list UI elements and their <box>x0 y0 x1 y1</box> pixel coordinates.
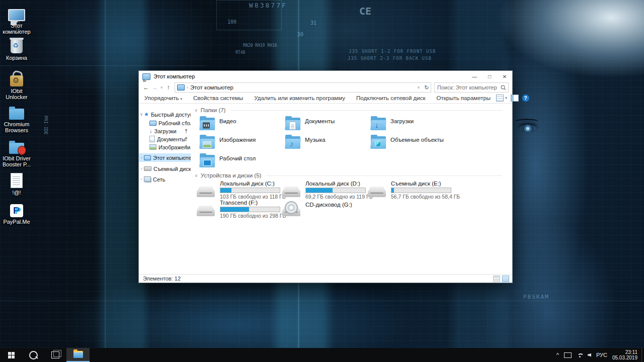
desktop-icon-label: Этот компьютер <box>0 23 33 35</box>
system-properties-button[interactable]: Свойства системы <box>188 95 249 101</box>
items-count: Элементов: 12 <box>143 276 181 282</box>
drive-name: CD-дисковод (G:) <box>305 202 352 208</box>
preview-pane-icon[interactable] <box>511 95 519 102</box>
clock[interactable]: 23:11 05.03.2019 <box>612 349 637 360</box>
navigation-pane: ∨ ★ Быстрый доступ Рабочий стол ↓ Загруз… <box>139 104 191 275</box>
pin-icon <box>184 129 188 133</box>
taskbar-search-button[interactable] <box>22 348 44 362</box>
forward-button[interactable]: → <box>150 84 159 91</box>
folder-tile-3d-objects[interactable]: Объемные объекты <box>370 134 455 151</box>
desktop-icon-iobit-driver-booster[interactable]: IObit Driver Booster P... <box>0 137 33 167</box>
group-header-folders[interactable]: ∨ Папки (7) <box>195 107 502 114</box>
download-arrow-icon: ↓ <box>149 128 152 134</box>
wifi-icon[interactable] <box>577 353 583 357</box>
folder-tile-documents[interactable]: Документы <box>285 116 369 133</box>
wallpaper-trace-line <box>0 65 206 66</box>
maximize-button[interactable]: □ <box>482 71 497 82</box>
paypal-icon <box>10 204 23 217</box>
map-network-drive-button[interactable]: Подключить сетевой диск <box>351 95 431 101</box>
close-button[interactable]: ✕ <box>497 71 512 82</box>
change-view-button[interactable]: ▾ <box>496 95 507 102</box>
wallpaper-label: 31 <box>310 20 316 26</box>
tray-overflow-chevron[interactable]: ^ <box>556 352 559 358</box>
desktop-icon-recycle-bin[interactable]: Корзина <box>0 36 33 61</box>
folder-name: Рабочий стол <box>219 155 256 161</box>
organize-button[interactable]: Упорядочить▾ <box>139 95 188 101</box>
folder-icon: ↓ <box>370 116 386 131</box>
padlock-gear-icon <box>10 75 23 86</box>
drive-tile-c[interactable]: Локальный диск (C:) 103 ГБ свободно из 1… <box>197 180 283 199</box>
chevron-collapsed-icon[interactable]: › <box>139 177 144 182</box>
wallpaper-label: J35 SHORT 2-3 FOR BACK USB <box>348 56 432 61</box>
task-view-button[interactable] <box>44 348 66 362</box>
uninstall-program-button[interactable]: Удалить или изменить программу <box>249 95 351 101</box>
start-button[interactable] <box>0 348 22 362</box>
wallpaper-label: J35 SHORT 1-2 FOR FRONT USB <box>349 49 436 54</box>
search-input[interactable]: Поиск: Этот компьютер <box>434 82 509 93</box>
capacity-bar-fill <box>220 207 249 212</box>
group-rule <box>230 110 502 111</box>
file-list: ∨ Папки (7) Видео Документы ↓ Загрузки И… <box>191 104 512 275</box>
picture-icon <box>203 141 211 148</box>
chevron-expanded-icon[interactable]: ∨ <box>195 108 198 113</box>
film-icon <box>203 122 210 129</box>
title-bar[interactable]: Этот компьютер — □ ✕ <box>139 71 512 82</box>
taskbar-file-explorer-button[interactable] <box>66 348 90 362</box>
drive-tile-d[interactable]: Локальный диск (D:) 69,2 ГБ свободно из … <box>282 180 369 199</box>
volume-icon[interactable] <box>588 353 591 357</box>
language-indicator[interactable]: РУС <box>596 352 607 358</box>
desktop-icon-label: IObit Unlocker <box>0 88 33 100</box>
drive-name: Локальный диск (D:) <box>305 180 360 187</box>
folder-tile-pictures[interactable]: Изображения <box>199 134 284 151</box>
sidebar-item-this-pc[interactable]: › Этот компьютер <box>139 153 191 162</box>
show-desktop-button[interactable] <box>641 348 644 362</box>
sidebar-item-network[interactable]: › Сеть <box>139 175 191 184</box>
sidebar-item-documents[interactable]: Документы <box>139 135 191 143</box>
address-bar[interactable]: › Этот компьютер ∨ ↻ <box>175 82 431 93</box>
chevron-collapsed-icon[interactable]: › <box>139 166 144 171</box>
folder-icon <box>199 116 215 131</box>
folder-tile-video[interactable]: Видео <box>199 116 284 133</box>
network-adapter-icon[interactable] <box>564 352 572 358</box>
desktop-icon-paypal-me[interactable]: PayPal.Me <box>0 200 33 225</box>
chevron-expanded-icon[interactable]: ∨ <box>139 112 144 117</box>
drive-tile-g-cd[interactable]: CD-дисковод (G:) <box>282 200 369 218</box>
sidebar-item-removable-disk[interactable]: › Съемный диск (E:) <box>139 164 191 173</box>
drive-tile-f[interactable]: Transcend (F:) 190 ГБ свободно из 298 ГБ <box>197 200 283 218</box>
capacity-bar-fill <box>306 188 333 193</box>
help-icon[interactable]: ? <box>522 95 529 102</box>
capacity-bar-fill <box>220 188 231 193</box>
wallpaper-trace-line <box>105 0 106 362</box>
open-settings-button[interactable]: Открыть параметры <box>431 95 497 101</box>
details-view-toggle-icon[interactable] <box>493 276 500 282</box>
address-dropdown-icon[interactable]: ∨ <box>415 85 423 89</box>
desktop-icon-iobit-unlocker[interactable]: IObit Unlocker <box>0 69 33 100</box>
back-button[interactable]: ← <box>142 84 150 91</box>
recent-locations-dropdown[interactable]: ∨ <box>159 85 164 89</box>
up-button[interactable]: ↑ <box>164 84 173 91</box>
breadcrumb[interactable]: Этот компьютер <box>190 84 233 90</box>
document-icon <box>149 136 155 142</box>
minimize-button[interactable]: — <box>467 71 482 82</box>
group-header-devices[interactable]: ∨ Устройства и диски (5) <box>195 172 502 179</box>
refresh-icon[interactable]: ↻ <box>423 84 431 91</box>
desktop-icon-chromium-browsers[interactable]: Chromium Browsers <box>0 103 33 133</box>
wallpaper-ce-mark: CE <box>359 5 371 17</box>
folder-tile-desktop[interactable]: Рабочий стол <box>199 153 284 170</box>
sidebar-item-desktop[interactable]: Рабочий стол <box>139 119 191 127</box>
sidebar-item-downloads[interactable]: ↓ Загрузки <box>139 127 191 135</box>
thumbnails-view-toggle-icon[interactable] <box>502 276 509 282</box>
folder-tile-music[interactable]: ♪ Музыка <box>285 134 369 151</box>
folder-tile-downloads[interactable]: ↓ Загрузки <box>370 116 455 133</box>
chevron-collapsed-icon[interactable]: › <box>139 155 144 160</box>
desktop-icon-this-pc[interactable]: Этот компьютер <box>0 4 33 35</box>
command-bar: Упорядочить▾ Свойства системы Удалить ил… <box>139 93 512 104</box>
status-bar: Элементов: 12 <box>139 274 512 283</box>
chevron-expanded-icon[interactable]: ∨ <box>195 173 198 178</box>
desktop-icon-text-file[interactable]: !@! <box>0 171 33 196</box>
drive-tile-e[interactable]: Съемный диск (E:) 56,7 ГБ свободно из 58… <box>368 180 454 199</box>
network-icon <box>144 176 151 182</box>
sidebar-item-quick-access[interactable]: ∨ ★ Быстрый доступ <box>139 110 191 119</box>
sidebar-item-pictures[interactable]: Изображения <box>139 143 191 151</box>
folder-name: Объемные объекты <box>390 137 444 143</box>
